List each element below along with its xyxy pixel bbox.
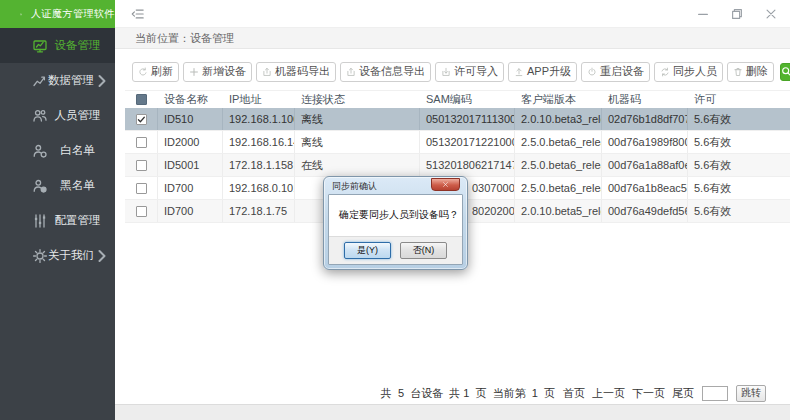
- machine-export-button[interactable]: 机器码导出: [256, 62, 336, 82]
- toolbar-button-label: APP升级: [527, 64, 571, 79]
- toolbar-button-label: 刷新: [151, 64, 173, 79]
- about-icon: [32, 248, 48, 264]
- people-icon: [32, 108, 48, 124]
- status-strip: [115, 404, 790, 420]
- sidebar-item-device[interactable]: 设备管理: [0, 28, 115, 63]
- whitelist-icon: [32, 143, 48, 159]
- machine-code-cell: 02d76b1d8df70719…: [602, 108, 688, 130]
- refresh-icon: [138, 67, 148, 77]
- titlebar: [115, 0, 790, 28]
- machine-code-cell: 00d76a1a88af0e3b…: [602, 154, 688, 176]
- version-cell: 2.5.0.beta6_release: [515, 154, 602, 176]
- sidebar-item-about[interactable]: 关于我们: [0, 238, 115, 273]
- sidebar-item-blacklist[interactable]: 黑名单: [0, 168, 115, 203]
- upload-icon: [514, 67, 524, 77]
- next-page-link[interactable]: 下一页: [632, 386, 665, 401]
- refresh-button[interactable]: 刷新: [132, 62, 179, 82]
- sidebar-item-label: 配置管理: [48, 213, 107, 228]
- row-checkbox-cell: [125, 131, 158, 153]
- sidebar-item-config[interactable]: 配置管理: [0, 203, 115, 238]
- sync-personnel-button[interactable]: 同步人员: [654, 62, 723, 82]
- restart-device-button[interactable]: 重启设备: [581, 62, 650, 82]
- window-controls: [696, 0, 778, 28]
- config-icon: [32, 213, 48, 229]
- table-header-row: 设备名称IP地址连接状态SAM编码客户端版本机器码许可: [125, 91, 790, 108]
- info-export-button[interactable]: 设备信息导出: [340, 62, 431, 82]
- prev-page-link[interactable]: 上一页: [592, 386, 625, 401]
- shield-person-icon: [20, 6, 22, 23]
- last-page-link[interactable]: 尾页: [672, 386, 694, 401]
- jump-button[interactable]: 跳转: [736, 385, 766, 402]
- row-checkbox[interactable]: [136, 137, 147, 148]
- dialog-yes-button[interactable]: 是(Y): [344, 242, 391, 259]
- row-checkbox[interactable]: [136, 206, 147, 217]
- toolbar: 刷新新增设备机器码导出设备信息导出许可导入APP升级重启设备同步人员删除: [132, 61, 784, 82]
- toolbar-button-label: 新增设备: [202, 64, 246, 79]
- row-checkbox[interactable]: [136, 183, 147, 194]
- plus-icon: [189, 67, 199, 77]
- collapse-sidebar-icon[interactable]: [130, 7, 145, 21]
- toolbar-button-label: 同步人员: [673, 64, 717, 79]
- restart-icon: [587, 67, 597, 77]
- sidebar-item-label: 白名单: [48, 143, 107, 158]
- version-cell: 2.5.0.beta6_release: [515, 177, 602, 199]
- license-import-button[interactable]: 许可导入: [435, 62, 504, 82]
- sidebar-item-whitelist[interactable]: 白名单: [0, 133, 115, 168]
- ip-cell: 172.18.1.158: [223, 154, 295, 176]
- dialog-no-button[interactable]: 否(N): [400, 242, 447, 259]
- breadcrumb: 当前位置：设备管理: [115, 28, 790, 49]
- delete-button[interactable]: 删除: [727, 62, 774, 82]
- column-header: IP地址: [223, 91, 295, 108]
- sidebar-item-data[interactable]: 数据管理: [0, 63, 115, 98]
- minimize-button[interactable]: [696, 7, 710, 21]
- pagination-links: 首页上一页下一页尾页: [563, 386, 694, 401]
- row-checkbox[interactable]: [136, 114, 147, 125]
- row-checkbox[interactable]: [136, 160, 147, 171]
- page-number-input[interactable]: [702, 386, 728, 401]
- device-name-cell: ID700: [158, 177, 223, 199]
- sync-confirm-dialog: 同步前确认 确定要同步人员到设备吗？ 是(Y) 否(N): [323, 176, 468, 270]
- status-cell: 在线: [295, 154, 420, 176]
- column-header: 机器码: [602, 91, 688, 108]
- first-page-link[interactable]: 首页: [563, 386, 585, 401]
- toolbar-button-label: 删除: [746, 64, 768, 79]
- table-row[interactable]: ID2000192.168.16.146离线0513201712210000…2…: [125, 131, 790, 154]
- dialog-close-button[interactable]: [431, 178, 460, 191]
- pagination: 共 5 台设备 共 1 页 当前第 1 页 首页上一页下一页尾页 跳转: [381, 384, 766, 402]
- column-header: SAM编码: [420, 91, 515, 108]
- close-button[interactable]: [764, 7, 778, 21]
- version-cell: 2.5.0.beta6_release: [515, 131, 602, 153]
- row-checkbox-cell: [125, 108, 158, 130]
- export-icon: [262, 67, 272, 77]
- import-icon: [441, 67, 451, 77]
- blacklist-icon: [32, 178, 48, 194]
- search-button[interactable]: [780, 63, 790, 81]
- sidebar-menu: 设备管理数据管理人员管理白名单黑名单配置管理关于我们: [0, 28, 115, 273]
- ip-cell: 192.168.16.146: [223, 131, 295, 153]
- table-row[interactable]: ID510192.168.1.100离线0501320171113000…2.0…: [125, 108, 790, 131]
- sam-cell: 0501320171113000…: [420, 108, 515, 130]
- table-row[interactable]: ID5001172.18.1.158在线5132018062171475…2.5…: [125, 154, 790, 177]
- license-cell: 5.6有效: [688, 200, 790, 222]
- toolbar-button-label: 许可导入: [454, 64, 498, 79]
- add-device-button[interactable]: 新增设备: [183, 62, 252, 82]
- ip-cell: 192.168.1.100: [223, 108, 295, 130]
- sidebar-item-label: 黑名单: [48, 178, 107, 193]
- version-cell: 2.0.10.beta3_release: [515, 108, 602, 130]
- ip-cell: 192.168.0.101: [223, 177, 295, 199]
- device-name-cell: ID700: [158, 200, 223, 222]
- column-header: 设备名称: [158, 91, 223, 108]
- sync-icon: [660, 67, 670, 77]
- version-cell: 2.0.10.beta5_release: [515, 200, 602, 222]
- ip-cell: 172.18.1.75: [223, 200, 295, 222]
- row-checkbox-cell: [125, 177, 158, 199]
- column-header: 客户端版本: [515, 91, 602, 108]
- app-upgrade-button[interactable]: APP升级: [508, 62, 577, 82]
- select-all-checkbox[interactable]: [136, 94, 147, 105]
- license-cell: 5.6有效: [688, 177, 790, 199]
- row-checkbox-cell: [125, 154, 158, 176]
- license-cell: 5.6有效: [688, 108, 790, 130]
- sidebar-item-label: 数据管理: [48, 73, 94, 88]
- sidebar-item-personnel[interactable]: 人员管理: [0, 98, 115, 133]
- maximize-button[interactable]: [730, 7, 744, 21]
